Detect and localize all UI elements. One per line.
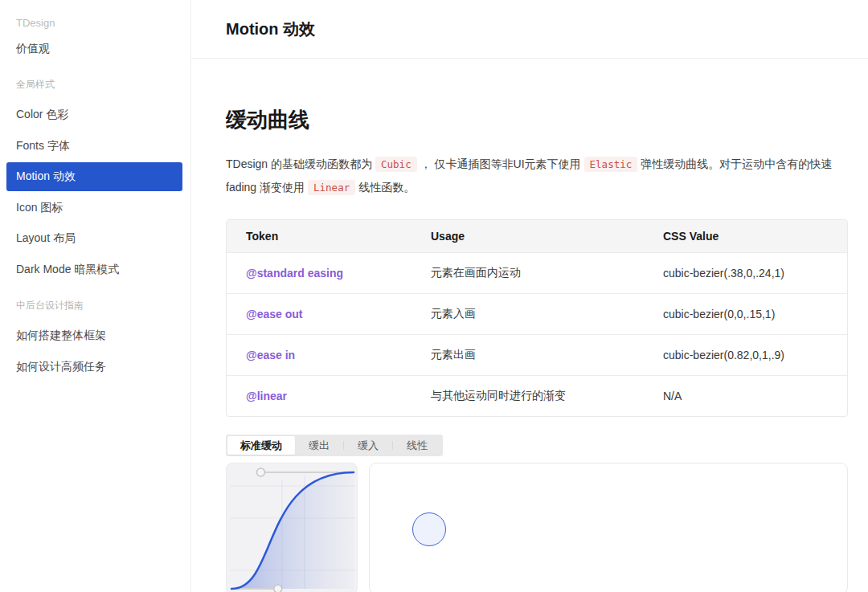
sidebar-nav: 价值观全局样式Color 色彩Fonts 字体Motion 动效Icon 图标L… xyxy=(0,35,190,382)
motion-demo-stage xyxy=(369,463,848,592)
table-row: @ease in元素出画cubic-bezier(0.82,0,1,.9) xyxy=(227,334,847,375)
css-cell: cubic-bezier(0,0,.15,1) xyxy=(644,293,847,334)
sidebar-item[interactable]: 如何设计高频任务 xyxy=(6,353,182,382)
column-header: Token xyxy=(227,220,411,252)
token-cell: @ease out xyxy=(227,293,411,334)
brand-label: TDesign xyxy=(0,13,190,32)
table-row: @linear与其他运动同时进行的渐变N/A xyxy=(227,375,847,416)
intro-text: TDesign 的基础缓动函数都为 xyxy=(226,157,372,170)
usage-cell: 元素在画面内运动 xyxy=(411,252,644,293)
section-title: 缓动曲线 xyxy=(226,106,850,134)
sidebar-section-title: 中后台设计指南 xyxy=(0,292,190,320)
inline-code: Elastic xyxy=(584,157,638,172)
column-header: CSS Value xyxy=(644,220,847,252)
page-title: Motion 动效 xyxy=(226,18,315,40)
control-handle-p2[interactable] xyxy=(256,468,264,476)
css-cell: N/A xyxy=(644,375,847,416)
sidebar-item[interactable]: Icon 图标 xyxy=(6,194,182,223)
sidebar-item[interactable]: 如何搭建整体框架 xyxy=(6,321,182,350)
easing-tabs: 标准缓动缓出缓入线性 xyxy=(226,435,443,456)
usage-cell: 元素出画 xyxy=(411,334,644,375)
intro-text: ， 仅卡通插图等非UI元素下使用 xyxy=(420,157,581,170)
sidebar-item[interactable]: Dark Mode 暗黑模式 xyxy=(6,255,182,284)
sidebar-item[interactable]: 价值观 xyxy=(6,35,182,63)
token-cell: @linear xyxy=(227,375,411,416)
sidebar-item[interactable]: Layout 布局 xyxy=(6,224,182,253)
table-header-row: TokenUsageCSS Value xyxy=(227,220,847,252)
easing-table: TokenUsageCSS Value @standard easing元素在画… xyxy=(226,219,848,417)
usage-cell: 元素入画 xyxy=(411,293,644,334)
demo-ball xyxy=(412,512,446,546)
sidebar-item[interactable]: Motion 动效 xyxy=(6,162,182,191)
intro-paragraph: TDesign 的基础缓动函数都为Cubic， 仅卡通插图等非UI元素下使用El… xyxy=(226,153,848,199)
bezier-curve-card xyxy=(226,463,358,592)
usage-cell: 与其他运动同时进行的渐变 xyxy=(411,375,644,416)
demo-row xyxy=(226,463,848,592)
sidebar: TDesign 价值观全局样式Color 色彩Fonts 字体Motion 动效… xyxy=(0,0,191,592)
css-cell: cubic-bezier(0.82,0,1,.9) xyxy=(644,334,847,375)
content: 缓动曲线 TDesign 的基础缓动函数都为Cubic， 仅卡通插图等非UI元素… xyxy=(191,59,868,592)
sidebar-section-title: 全局样式 xyxy=(0,71,190,99)
tab-4[interactable]: 线性 xyxy=(393,436,441,455)
token-cell: @ease in xyxy=(227,334,411,375)
app-window: TDesign 价值观全局样式Color 色彩Fonts 字体Motion 动效… xyxy=(0,0,868,592)
control-handle-p1[interactable] xyxy=(274,585,282,592)
sidebar-item[interactable]: Fonts 字体 xyxy=(6,132,182,161)
intro-text: 线性函数。 xyxy=(358,181,415,194)
curve-fill xyxy=(231,472,354,589)
tab-3[interactable]: 缓入 xyxy=(344,436,392,455)
table-row: @ease out元素入画cubic-bezier(0,0,.15,1) xyxy=(227,293,847,334)
page-header: Motion 动效 xyxy=(191,0,868,59)
inline-code: Cubic xyxy=(375,157,417,172)
token-cell: @standard easing xyxy=(227,252,411,293)
tab-1[interactable]: 标准缓动 xyxy=(227,436,295,455)
column-header: Usage xyxy=(411,220,644,252)
inline-code: Linear xyxy=(308,180,355,195)
css-cell: cubic-bezier(.38,0,.24,1) xyxy=(644,252,847,293)
bezier-curve-chart xyxy=(227,463,358,592)
main-area: Motion 动效 缓动曲线 TDesign 的基础缓动函数都为Cubic， 仅… xyxy=(191,0,868,592)
sidebar-item[interactable]: Color 色彩 xyxy=(6,100,182,129)
table-body: @standard easing元素在画面内运动cubic-bezier(.38… xyxy=(227,252,847,416)
table-row: @standard easing元素在画面内运动cubic-bezier(.38… xyxy=(227,252,847,293)
tab-2[interactable]: 缓出 xyxy=(295,436,343,455)
